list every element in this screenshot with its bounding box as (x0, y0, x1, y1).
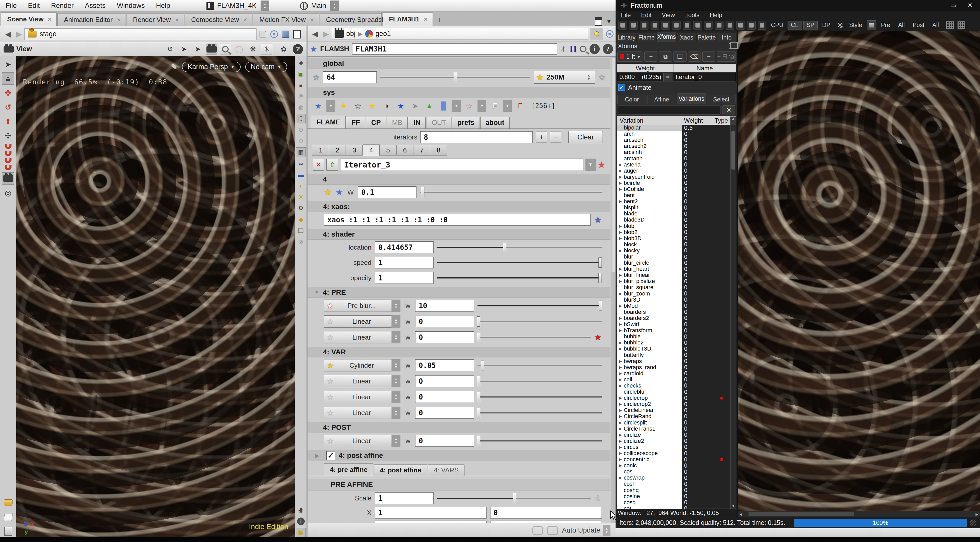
menu-file[interactable]: File (0, 1, 22, 11)
variation-name-cell[interactable]: butterfly (617, 352, 682, 358)
variation-weight-cell[interactable]: 0 (682, 254, 713, 260)
scale-preset-star-icon[interactable]: ☆ (594, 493, 602, 503)
close-icon[interactable]: ✕ (117, 17, 121, 23)
keyframe-star-icon[interactable]: ☆ (313, 73, 320, 82)
slider-knob[interactable] (477, 408, 480, 418)
weight-slider[interactable] (477, 316, 602, 327)
variation-row-blade[interactable]: blade0 (617, 211, 730, 217)
save-as-icon[interactable] (651, 21, 659, 30)
variation-weight-cell[interactable]: 0 (682, 284, 713, 290)
slider-knob[interactable] (513, 493, 516, 503)
variation-select-var-2[interactable]: ☆Linear▲▼ (324, 391, 401, 403)
scale-field[interactable]: 1 (375, 492, 434, 504)
new-flame-icon[interactable] (618, 21, 627, 30)
variation-row-blur-pixelize[interactable]: ▶blur_pixelize0 (617, 278, 730, 284)
variation-row-blur[interactable]: blur0 (617, 254, 730, 260)
xform-row[interactable]: 0.800 (0.235) = Iterator_0 (617, 72, 736, 82)
view-camera-shelf-icon[interactable] (2, 172, 14, 185)
star-yellow-icon[interactable]: ★ (324, 187, 331, 197)
variation-name-cell[interactable]: blade (617, 211, 682, 217)
expand-icon[interactable]: ▶ (617, 420, 624, 425)
density-slider[interactable] (380, 71, 530, 83)
section-xaos[interactable]: 4: xaos: (307, 201, 611, 212)
weight-field[interactable]: 0 (415, 391, 474, 403)
variation-row-circlerand[interactable]: ▶CircleRand0 (617, 413, 730, 419)
dropdown-icon[interactable]: ▼ (452, 100, 461, 112)
variation-weight-cell[interactable]: 0 (682, 475, 713, 481)
tab-cp[interactable]: CP (366, 117, 386, 128)
variation-row-blob2[interactable]: ▶blob20 (617, 229, 730, 235)
scroll-down-icon[interactable]: ▼ (731, 503, 736, 509)
variation-weight-cell[interactable]: 0 (682, 131, 713, 137)
variation-name-cell[interactable]: ▶CircleRand (617, 413, 682, 419)
variation-weight-cell[interactable]: 0 (682, 327, 713, 333)
variation-weight-cell[interactable]: 0 (682, 481, 713, 487)
collapse-icon[interactable]: ▼ (314, 289, 319, 295)
variation-name-cell[interactable]: ▶bent2 (617, 198, 682, 204)
variation-weight-cell[interactable]: 0 (682, 487, 713, 493)
variation-row-bipolar[interactable]: bipolar0.5 (617, 125, 730, 131)
zoom-box-icon[interactable] (220, 44, 231, 55)
info-circle-icon[interactable]: i (296, 517, 306, 526)
variation-weight-cell[interactable]: 0 (682, 168, 713, 174)
tab-prefs[interactable]: prefs (452, 117, 479, 128)
variation-name-cell[interactable]: block (617, 241, 682, 247)
snap-multi-icon[interactable] (5, 165, 11, 170)
variation-weight-cell[interactable]: 0 (682, 333, 713, 339)
variation-select-pre-1[interactable]: ☆Linear▲▼ (324, 315, 401, 328)
variation-name-cell[interactable]: ▶collideoscope (617, 450, 682, 456)
variation-row-bisplit[interactable]: bisplit0 (617, 204, 730, 211)
variation-name-cell[interactable]: ▶checks (617, 383, 682, 389)
crumb-geo1[interactable]: geo1 (375, 30, 391, 38)
points-preset-dropdown[interactable]: ★ 250M ▲▼ (534, 71, 595, 84)
variation-name-cell[interactable]: ▶blur_zoom (617, 291, 682, 297)
expand-icon[interactable]: ▶ (617, 451, 624, 456)
weight-field[interactable]: 0 (415, 407, 474, 418)
variation-row-blur3d[interactable]: blur3D0 (617, 297, 730, 303)
checker-plane-icon[interactable]: ▦ (296, 147, 306, 157)
name-column-header[interactable]: Name (673, 64, 736, 72)
star-rainbow-icon[interactable]: ☆ (463, 100, 475, 112)
variation-weight-cell[interactable]: 0 (682, 499, 713, 506)
location-slider[interactable] (437, 242, 602, 253)
clear-xform-button[interactable]: ⌫ (688, 51, 701, 62)
spinner-icon[interactable]: ▲▼ (391, 300, 400, 312)
cook-mode-icon[interactable] (532, 526, 543, 535)
variation-row-arcsech2[interactable]: arcsech20 (617, 143, 730, 149)
variation-name-cell[interactable]: ▶CircleTrans1 (617, 426, 682, 432)
pane-layout-icon[interactable] (595, 17, 602, 26)
undo-icon[interactable] (694, 21, 702, 30)
scale-slider[interactable] (437, 493, 590, 504)
variation-weight-cell[interactable]: 0 (682, 272, 713, 278)
forward-icon[interactable]: ▶ (321, 29, 332, 38)
maximize-button[interactable]: ▭ (945, 0, 962, 11)
expand-icon[interactable]: ▶ (617, 347, 624, 351)
variation-name-cell[interactable]: ▶circlecrop (617, 395, 682, 401)
star-outline-icon[interactable]: ☆ (352, 100, 364, 112)
variation-weight-cell[interactable]: 0 (682, 315, 713, 321)
edit-camera-icon[interactable]: ✎ (171, 62, 177, 71)
expand-icon[interactable]: ▶ (617, 187, 624, 192)
variation-weight-cell[interactable]: 0 (682, 438, 713, 444)
variation-name-cell[interactable]: arch (617, 131, 682, 137)
location-field[interactable]: 0.414657 (375, 241, 434, 253)
snap-point-icon[interactable] (5, 158, 11, 163)
variation-name-cell[interactable]: ▶cardioid (617, 371, 682, 377)
grid-toggle-icon[interactable] (946, 21, 954, 29)
variation-row-bcircle[interactable]: ▶bcircle0 (617, 180, 730, 186)
iterator-tab-6[interactable]: 6 (396, 145, 413, 155)
expand-icon[interactable]: ▶ (617, 396, 624, 400)
variation-select-var-1[interactable]: ☆Linear▲▼ (324, 375, 401, 387)
variation-weight-cell[interactable]: 0 (682, 456, 713, 463)
star-blue-icon[interactable]: ★ (335, 187, 343, 197)
weight-field[interactable]: 0 (415, 435, 474, 447)
variation-row-bubblet3d[interactable]: ▶bubbleT3D0 (617, 346, 730, 352)
secure-selection-icon[interactable]: 🔒︎ (2, 72, 14, 85)
expand-icon[interactable]: ▶ (617, 433, 624, 437)
variation-row-barycentroid[interactable]: ▶barycentroid0 (617, 174, 730, 180)
light-ring-icon[interactable]: ◎ (2, 187, 14, 199)
iterator-tab-4[interactable]: 4 (363, 144, 380, 156)
expand-icon[interactable]: ▶ (617, 162, 624, 167)
affine-y-1-field[interactable]: 1 (490, 521, 602, 523)
karma-render-viewport[interactable]: ✎ Karma Persp ▼ No cam ▼ Rendering 66.5%… (16, 56, 295, 537)
